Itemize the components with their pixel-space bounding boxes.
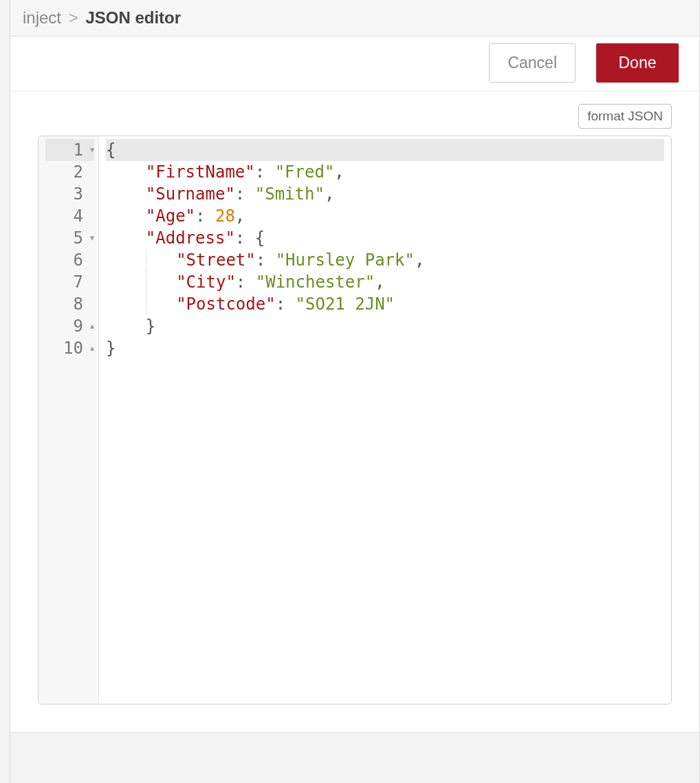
line-number: 3	[74, 183, 83, 205]
fold-down-icon[interactable]: ▼	[86, 227, 94, 249]
line-number: 6	[74, 249, 83, 271]
token-pad	[106, 294, 146, 314]
token-punc: :	[236, 272, 256, 292]
token-punc: ,	[375, 272, 384, 292]
token-punc: :	[235, 184, 255, 204]
token-key: "Surname"	[146, 184, 235, 204]
cancel-button[interactable]: Cancel	[489, 43, 576, 83]
token-pad	[106, 206, 146, 226]
code-line[interactable]: "FirstName": "Fred",	[106, 161, 664, 183]
token-key: "FirstName"	[146, 162, 255, 182]
token-punc: }	[106, 339, 116, 358]
token-str: "SO21 2JN"	[296, 294, 395, 314]
token-str: "Smith"	[255, 184, 325, 204]
gutter-row: 2	[45, 161, 94, 183]
token-punc: :	[276, 294, 296, 314]
token-key: "City"	[176, 272, 236, 292]
editor-panel: inject > JSON editor Cancel Done format …	[10, 0, 700, 783]
fold-up-icon[interactable]: ▲	[86, 337, 94, 359]
code-line[interactable]: }	[106, 315, 664, 337]
token-punc: :	[256, 250, 276, 270]
token-key: "Address"	[146, 228, 235, 248]
token-key: "Age"	[146, 206, 195, 226]
gutter-row: 3	[45, 183, 94, 205]
gutter-row: 6	[45, 249, 94, 271]
token-pad	[146, 250, 176, 270]
content-area: format JSON 1▼2345▼6789▲10▲ { "FirstName…	[10, 92, 699, 732]
fold-down-icon[interactable]: ▼	[86, 139, 94, 161]
breadcrumb-root[interactable]: inject	[23, 8, 61, 27]
token-punc: ,	[235, 206, 245, 226]
token-key: "Street"	[176, 250, 256, 270]
code-editor[interactable]: 1▼2345▼6789▲10▲ { "FirstName": "Fred", "…	[38, 136, 672, 705]
line-number: 7	[74, 271, 83, 293]
token-punc: ,	[325, 184, 334, 204]
gutter-row: 7	[45, 271, 94, 293]
code-line[interactable]: "Address": {	[106, 227, 664, 249]
toolbar: Cancel Done	[10, 36, 699, 92]
token-key: "Postcode"	[176, 294, 276, 314]
gutter-row: 1▼	[45, 139, 94, 161]
code-line[interactable]: "Street": "Hursley Park",	[106, 249, 664, 271]
token-punc: ,	[415, 250, 424, 270]
token-punc: :	[195, 206, 215, 226]
done-button[interactable]: Done	[596, 43, 679, 83]
code-line[interactable]: {	[106, 139, 664, 161]
code-line[interactable]: "Surname": "Smith",	[106, 183, 664, 205]
token-punc: : {	[235, 228, 265, 248]
token-pad	[146, 272, 176, 292]
token-punc: :	[255, 162, 275, 182]
format-json-button[interactable]: format JSON	[578, 104, 672, 129]
breadcrumb: inject > JSON editor	[10, 0, 699, 36]
code-line[interactable]: }	[106, 337, 664, 359]
token-pad	[146, 294, 176, 314]
token-pad	[106, 250, 146, 270]
format-row: format JSON	[38, 104, 672, 129]
token-str: "Winchester"	[256, 272, 375, 292]
token-str: "Fred"	[275, 162, 335, 182]
line-number: 10	[63, 337, 83, 359]
token-num: 28	[215, 206, 235, 226]
fold-up-icon[interactable]: ▲	[86, 315, 94, 337]
token-punc: ,	[334, 162, 344, 182]
token-punc: {	[106, 140, 116, 160]
line-number: 8	[74, 293, 83, 315]
line-number: 5	[74, 227, 83, 249]
line-number: 1	[74, 139, 83, 161]
breadcrumb-separator: >	[66, 8, 81, 27]
gutter: 1▼2345▼6789▲10▲	[39, 136, 99, 704]
breadcrumb-current: JSON editor	[85, 8, 181, 27]
footer-gap	[10, 732, 699, 783]
line-number: 2	[74, 161, 83, 183]
token-pad	[106, 272, 146, 292]
code-line[interactable]: "City": "Winchester",	[106, 271, 664, 293]
token-pad	[106, 317, 146, 336]
token-pad	[106, 184, 146, 204]
gutter-row: 10▲	[45, 337, 94, 359]
token-str: "Hursley Park"	[276, 250, 415, 270]
code-area[interactable]: { "FirstName": "Fred", "Surname": "Smith…	[99, 136, 671, 704]
token-pad	[106, 228, 146, 248]
gutter-row: 5▼	[45, 227, 94, 249]
code-line[interactable]: "Postcode": "SO21 2JN"	[106, 293, 664, 315]
line-number: 4	[74, 205, 83, 227]
code-line[interactable]: "Age": 28,	[106, 205, 664, 227]
token-pad	[106, 162, 146, 182]
gutter-row: 8	[45, 293, 94, 315]
gutter-row: 9▲	[45, 315, 94, 337]
line-number: 9	[74, 315, 83, 337]
gutter-row: 4	[45, 205, 94, 227]
token-punc: }	[146, 317, 155, 336]
